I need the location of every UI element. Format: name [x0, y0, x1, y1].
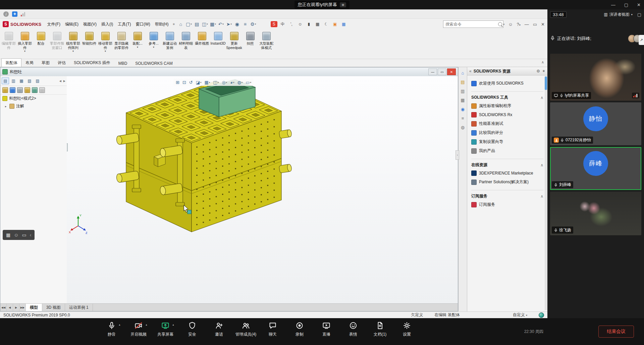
flyout-collapse-icon[interactable]: › [455, 150, 459, 160]
menu-item-4[interactable]: 工具(T) [115, 20, 133, 29]
security-button[interactable]: 安全 [181, 322, 203, 337]
menu-item-2[interactable]: 视图(V) [81, 20, 99, 29]
resources-home-icon[interactable]: ⌂ [460, 70, 466, 76]
hide-show-items-icon[interactable]: ◎▾ [221, 80, 228, 85]
maximize-icon[interactable]: ▢ [624, 2, 628, 7]
ribbon-mate[interactable]: 配合 [33, 31, 49, 47]
ribbon-exploded-view[interactable]: 爆炸视图 [194, 31, 210, 47]
fm-prev-icon[interactable]: ◀ [59, 80, 61, 83]
collapse-section-icon[interactable]: ∧ [540, 194, 543, 199]
show-flat-tree-icon[interactable] [10, 87, 15, 93]
configuration-manager-tab[interactable]: ▦ [18, 78, 25, 84]
expand-arrow-icon[interactable]: ▸ [5, 105, 8, 108]
view-settings-icon[interactable]: ▭▾ [245, 80, 252, 85]
tab-MBD[interactable]: MBD [114, 59, 131, 67]
document-title-bar[interactable]: 和想吐 — ▭ ✕ [0, 67, 458, 77]
grid-view-icon[interactable]: ▦ [6, 232, 10, 238]
ribbon-component-preview-window[interactable]: 零部件预览窗口 [49, 31, 65, 51]
share-menu-icon[interactable]: ≡ [340, 2, 346, 7]
open-file-icon[interactable]: ▤ [193, 20, 201, 28]
control-caret-icon[interactable]: ▲ [145, 324, 148, 326]
collapse-bar-icon[interactable]: ‹ [30, 232, 32, 238]
doc-close-icon[interactable]: ✕ [447, 68, 456, 75]
home-icon[interactable]: ⌂ [177, 20, 185, 28]
task-pane-link[interactable]: 我的产品 [471, 146, 543, 155]
menu-item-3[interactable]: 插入(I) [99, 20, 115, 29]
tab-SOLIDWORKS 插件[interactable]: SOLIDWORKS 插件 [70, 58, 114, 67]
tab-布局[interactable]: 布局 [21, 58, 38, 67]
invite-button[interactable]: 邀请 [208, 322, 230, 337]
meeting-app-icon[interactable]: ✚ [12, 11, 17, 17]
close-icon[interactable]: ✕ [637, 2, 641, 7]
tree-root-item[interactable]: 和想吐<模式2> [0, 95, 67, 102]
tree-options-icon[interactable] [39, 87, 45, 93]
rebuild-icon[interactable]: ◉ [233, 20, 241, 28]
participant-tile-2[interactable]: 静怡072192肖静怡 [550, 102, 641, 145]
pin-menu-icon[interactable]: ✶ [172, 22, 175, 27]
section-header[interactable]: SOLIDWORKS 工具∧ [471, 94, 543, 101]
collapse-ribbon-icon[interactable]: ∧ [541, 60, 544, 64]
participant-tile-4[interactable]: 徐飞扬 [550, 192, 641, 235]
info-icon[interactable]: i [3, 11, 9, 17]
docs-button[interactable]: 文档(1) [369, 322, 391, 337]
edit-appearance-icon[interactable]: ◕▾ [229, 80, 235, 85]
participant-tile-1[interactable]: lyf的屏幕共享 [550, 54, 641, 101]
design-tree-tab[interactable]: ▤ [2, 78, 9, 84]
sw-restore-icon[interactable]: ▭ [533, 22, 537, 27]
ribbon-smart-fasteners[interactable]: 智能扣件 [81, 31, 97, 47]
help-globe-icon[interactable] [539, 312, 544, 318]
help-icon[interactable]: ?▾ [517, 22, 521, 27]
search-icon[interactable] [498, 22, 502, 26]
mute-button[interactable]: ▲静音 [101, 322, 123, 337]
login-user-icon[interactable]: ☺ [508, 22, 513, 27]
task-pane-link[interactable]: Partner Solutions(解决方案) [471, 178, 543, 187]
ribbon-reference-geometry[interactable]: 参考...▾ [146, 31, 162, 50]
doc-tab-2[interactable]: 运动算例 1 [65, 304, 93, 311]
status-custom[interactable]: 自定义 ▾ [513, 312, 527, 318]
night-mode-icon[interactable]: ☾ [323, 21, 330, 27]
new-file-icon[interactable]: ▢▾ [185, 20, 193, 28]
menu-item-0[interactable]: 文件(F) [45, 20, 63, 29]
select-icon[interactable]: ➤▾ [225, 20, 233, 28]
account-icon[interactable]: ☺ [297, 21, 304, 27]
task-pane-header[interactable]: « SOLIDWORKS 资源 ⚙✶ [467, 67, 547, 76]
tab-草图[interactable]: 草图 [38, 58, 54, 67]
toolbox-icon[interactable]: ▦ [340, 21, 347, 27]
task-pane-link[interactable]: SOLIDWORKS Rx [471, 110, 543, 119]
display-style-icon[interactable]: ◫▾ [212, 80, 220, 85]
keyboard-icon[interactable]: ▭ [22, 232, 26, 238]
menu-item-6[interactable]: 帮助(H) [153, 20, 171, 29]
prev-tab-icon[interactable]: ◀ [7, 304, 13, 311]
start-video-button[interactable]: ▲开启视频 [127, 322, 150, 337]
fullscreen-icon[interactable]: ▢ [637, 12, 641, 17]
lang-chinese-icon[interactable]: 中 [279, 21, 286, 27]
task-pane-link[interactable]: 性能基准测试 [471, 119, 543, 128]
apply-scene-icon[interactable]: ◍▾ [236, 80, 244, 85]
reaction-smiley-icon[interactable]: ☺ [14, 232, 18, 238]
manage-members-button[interactable]: 管理成员(4) [235, 322, 257, 337]
first-tab-icon[interactable]: ◀◀ [0, 304, 7, 311]
view-palette-icon[interactable]: ▦ [460, 97, 466, 103]
file-properties-icon[interactable]: ≡ [241, 20, 249, 28]
ribbon-bill-of-materials[interactable]: 材料明细表 [178, 31, 194, 51]
view-dependencies-icon[interactable] [32, 87, 38, 93]
save-icon[interactable]: ◫▾ [201, 20, 209, 28]
doc-restore-icon[interactable]: ▭ [438, 68, 446, 75]
collapse-section-icon[interactable]: ∧ [540, 163, 543, 167]
pane-gear-icon[interactable]: ⚙ [536, 69, 540, 73]
task-pane-link[interactable]: 3DEXPERIENCE Marketplace [471, 169, 543, 178]
control-caret-icon[interactable]: ▲ [172, 324, 174, 326]
task-pane-link[interactable]: 复制设置向导 [471, 137, 543, 146]
sogou-logo-icon[interactable]: S [271, 21, 277, 27]
dimxpert-tab[interactable]: ▧ [26, 78, 33, 84]
doc-minimize-icon[interactable]: — [428, 68, 437, 75]
graphics-viewport[interactable]: X Y Z ⊞⊡↺◪▾▦▾◫▾◎▾◕▾◍▾▭▾ [67, 76, 458, 304]
menu-item-1[interactable]: 编辑(E) [63, 20, 81, 29]
ribbon-take-snapshot[interactable]: 拍照 [242, 31, 258, 47]
tab-评估[interactable]: 评估 [54, 58, 70, 67]
ribbon-assembly-features[interactable]: 装配...▾ [129, 31, 146, 50]
soft-keyboard-icon[interactable]: ▦ [314, 21, 321, 27]
command-search[interactable]: ▾ [443, 20, 503, 28]
ribbon-large-assembly-mode[interactable]: 大型装配体模式 [258, 31, 274, 51]
display-pane-icon[interactable] [17, 87, 23, 93]
